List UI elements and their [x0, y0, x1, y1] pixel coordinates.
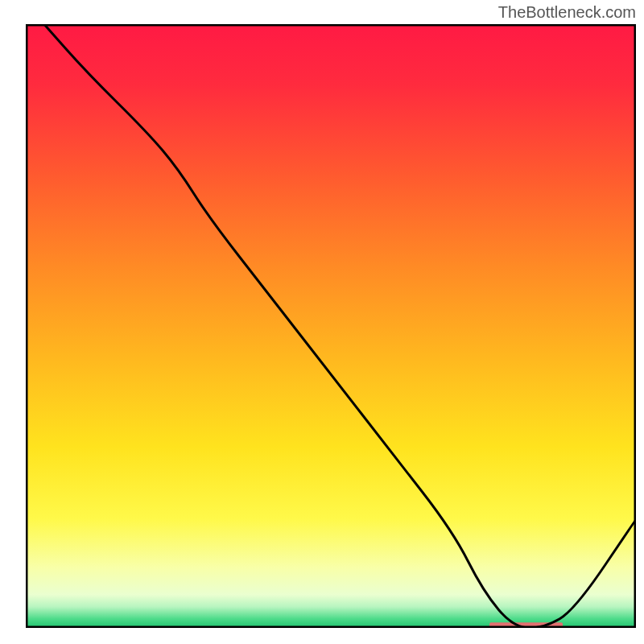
plot-area — [26, 24, 636, 628]
gradient-background — [26, 24, 636, 628]
chart-svg — [0, 0, 644, 644]
watermark-text: TheBottleneck.com — [498, 3, 636, 22]
chart-container: TheBottleneck.com — [0, 0, 644, 644]
